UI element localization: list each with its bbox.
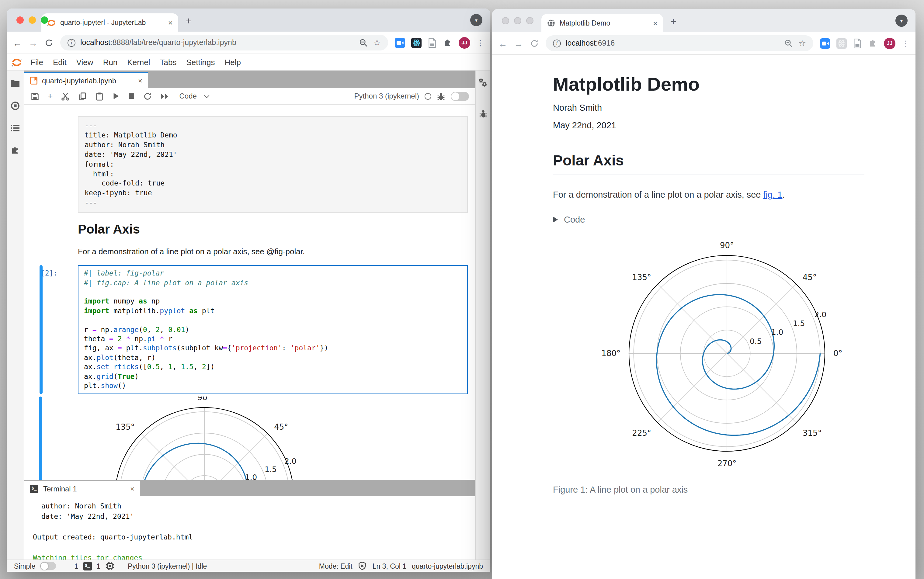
- simple-mode-label: Simple: [14, 562, 35, 569]
- polar-plot-figure: 0°45°90°135°180°225°270°315°0.51.01.52.0: [569, 234, 885, 473]
- add-cell-button[interactable]: +: [47, 90, 53, 101]
- downloads-button[interactable]: ▼: [895, 15, 908, 27]
- code-line: r = np.arange(0, 2, 0.01): [84, 325, 462, 335]
- new-tab-button[interactable]: +: [671, 16, 676, 28]
- restart-run-all-button[interactable]: [160, 92, 169, 100]
- notebook-tab[interactable]: quarto-jupyterlab.ipynb ×: [25, 72, 148, 88]
- site-info-icon[interactable]: i: [553, 39, 561, 47]
- back-button[interactable]: ←: [13, 38, 22, 48]
- menu-item-file[interactable]: File: [26, 58, 48, 67]
- terminal-count[interactable]: 1: [74, 562, 78, 569]
- profile-avatar[interactable]: JJ: [459, 37, 470, 48]
- document-extension-icon[interactable]: [853, 38, 862, 48]
- file-browser-icon[interactable]: [10, 79, 20, 88]
- zoom-app-extension-icon[interactable]: [820, 38, 830, 48]
- menu-item-edit[interactable]: Edit: [48, 58, 72, 67]
- puzzle-extensions-icon[interactable]: [868, 38, 878, 48]
- close-terminal-tab-icon[interactable]: ×: [130, 484, 134, 493]
- zoom-out-icon[interactable]: [359, 38, 368, 47]
- running-sessions-icon[interactable]: [10, 101, 20, 111]
- extension-icons: JJ ⋮: [395, 37, 484, 48]
- react-devtools-extension-icon[interactable]: [411, 38, 422, 48]
- zoom-app-extension-icon[interactable]: [395, 38, 405, 48]
- table-of-contents-icon[interactable]: [10, 124, 20, 132]
- reload-button[interactable]: [44, 38, 54, 47]
- code-line: import numpy as np: [84, 297, 462, 306]
- code-fold-label: Code: [564, 215, 585, 224]
- zoom-out-icon[interactable]: [784, 39, 793, 48]
- paste-cells-button[interactable]: [95, 92, 104, 101]
- code-cell[interactable]: [2]: #| label: fig-polar#| fig.cap: A li…: [78, 265, 468, 394]
- globe-favicon: [547, 19, 555, 27]
- maximize-window-button[interactable]: [41, 16, 48, 24]
- property-inspector-icon[interactable]: [478, 78, 488, 88]
- browser-tab[interactable]: Matplotlib Demo ×: [541, 14, 663, 32]
- run-cell-button[interactable]: [112, 92, 120, 100]
- copy-cells-button[interactable]: [78, 92, 87, 101]
- terminal-output[interactable]: author: Norah Smith date: 'May 22nd, 202…: [25, 496, 475, 559]
- browser-menu-icon[interactable]: ⋮: [901, 39, 909, 48]
- browser-tab[interactable]: quarto-jupyterl - JupyterLab ×: [41, 13, 178, 32]
- maximize-window-button[interactable]: [526, 17, 533, 25]
- terminal-tab[interactable]: $_ Terminal 1 ×: [25, 481, 140, 496]
- terminal-line: [33, 543, 466, 553]
- address-bar[interactable]: i localhost:8888/lab/tree/quarto-jupyter…: [60, 35, 388, 51]
- window-controls[interactable]: [502, 17, 533, 25]
- downloads-button[interactable]: ▼: [470, 14, 482, 26]
- yaml-raw-cell[interactable]: --- title: Matplotlib Demo author: Norah…: [78, 116, 468, 213]
- bookmark-star-icon[interactable]: ☆: [373, 38, 381, 47]
- browser-menu-icon[interactable]: ⋮: [476, 38, 484, 47]
- forward-button[interactable]: →: [29, 38, 38, 48]
- window-controls[interactable]: [16, 16, 48, 24]
- code-line: fig, ax = plt.subplots(subplot_kw={'proj…: [84, 344, 462, 353]
- back-button[interactable]: ←: [498, 38, 507, 48]
- menu-item-settings[interactable]: Settings: [181, 58, 219, 67]
- jupyterlab-logo: [11, 57, 23, 67]
- editor-mode[interactable]: Mode: Edit: [319, 562, 353, 569]
- document-extension-icon[interactable]: [428, 38, 437, 48]
- kernel-status-text[interactable]: Python 3 (ipykernel) | Idle: [128, 562, 207, 569]
- code-fold-disclosure[interactable]: Code: [553, 215, 864, 224]
- extension-manager-icon[interactable]: [10, 146, 20, 155]
- simple-mode-toggle[interactable]: [40, 562, 56, 570]
- interrupt-kernel-button[interactable]: [128, 92, 135, 100]
- address-bar[interactable]: i localhost:6916 ☆: [546, 35, 813, 51]
- new-tab-button[interactable]: +: [186, 15, 191, 27]
- puzzle-extensions-icon[interactable]: [443, 38, 453, 47]
- site-info-icon[interactable]: i: [67, 39, 75, 47]
- close-tab-icon[interactable]: ×: [653, 18, 657, 28]
- cursor-position[interactable]: Ln 3, Col 1: [373, 562, 406, 569]
- restart-kernel-button[interactable]: [143, 92, 152, 101]
- output-collapser-bar[interactable]: [39, 397, 42, 480]
- reload-button[interactable]: [530, 39, 539, 48]
- minimize-window-button[interactable]: [29, 16, 36, 24]
- cut-cells-button[interactable]: [61, 92, 70, 101]
- menu-item-view[interactable]: View: [72, 58, 98, 67]
- svg-text:90°: 90°: [197, 397, 211, 402]
- save-button[interactable]: [30, 92, 39, 101]
- react-devtools-extension-icon[interactable]: [836, 38, 847, 48]
- notebook-content[interactable]: --- title: Matplotlib Demo author: Norah…: [25, 105, 475, 480]
- minimize-window-button[interactable]: [514, 17, 521, 25]
- debugger-bug-icon[interactable]: [437, 92, 445, 101]
- kernel-count[interactable]: 1: [96, 562, 100, 569]
- kernel-name-button[interactable]: Python 3 (ipykernel): [354, 92, 419, 100]
- cell-type-dropdown[interactable]: Code: [180, 92, 209, 100]
- close-window-button[interactable]: [16, 16, 24, 24]
- close-window-button[interactable]: [502, 17, 509, 25]
- figure-reference-link[interactable]: fig. 1: [764, 190, 783, 200]
- close-notebook-tab-icon[interactable]: ×: [138, 76, 142, 85]
- menu-item-run[interactable]: Run: [98, 58, 123, 67]
- input-collapser-bar[interactable]: [39, 265, 43, 394]
- menu-item-tabs[interactable]: Tabs: [155, 58, 182, 67]
- bookmark-star-icon[interactable]: ☆: [798, 38, 806, 48]
- profile-avatar[interactable]: JJ: [884, 38, 895, 49]
- kernel-status-icon[interactable]: [425, 93, 431, 100]
- forward-button[interactable]: →: [514, 38, 523, 48]
- menu-item-help[interactable]: Help: [219, 58, 246, 67]
- menu-item-kernel[interactable]: Kernel: [122, 58, 155, 67]
- close-tab-icon[interactable]: ×: [168, 18, 173, 27]
- debugger-toggle[interactable]: [451, 92, 469, 101]
- debugger-sidebar-icon[interactable]: [478, 109, 487, 119]
- jupyterlab-menubar: FileEditViewRunKernelTabsSettingsHelp: [7, 54, 490, 70]
